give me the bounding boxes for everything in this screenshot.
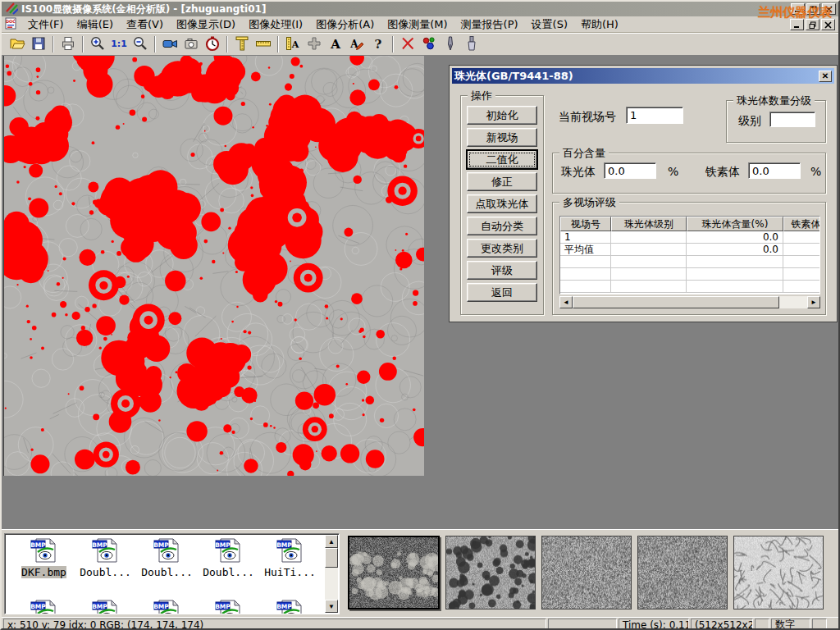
bmp-file-icon: BMP [276, 600, 304, 614]
menu-item[interactable]: 图像处理(I) [242, 16, 309, 34]
scroll-down-button[interactable]: ▼ [325, 600, 338, 613]
text-button[interactable]: A [325, 34, 346, 54]
menu-item[interactable]: 编辑(E) [71, 16, 120, 34]
image-thumbnail[interactable] [445, 536, 536, 609]
menu-item[interactable]: 图像分析(A) [309, 16, 381, 34]
scrollbar-thumb[interactable] [325, 548, 338, 568]
scroll-up-button[interactable]: ▲ [325, 535, 338, 548]
curve-cut-button[interactable] [397, 34, 418, 54]
timer-button[interactable] [202, 34, 223, 54]
close-button[interactable] [822, 3, 836, 15]
file-name: Doubl... [141, 566, 193, 578]
print-button[interactable] [57, 34, 79, 54]
table-cell [783, 281, 820, 293]
initialize-button[interactable]: 初始化 [467, 106, 537, 125]
pen-button[interactable] [440, 34, 461, 54]
toolbar-separator [226, 36, 228, 52]
table-row[interactable] [560, 281, 819, 293]
image-thumbnail[interactable] [637, 536, 728, 609]
minimize-button[interactable] [791, 3, 805, 15]
return-button[interactable]: 返回 [467, 283, 537, 302]
correct-button[interactable]: 修正 [467, 172, 537, 191]
image-thumbnail[interactable] [348, 536, 440, 609]
pearlite-percent-input[interactable] [604, 162, 656, 179]
measure-text-button[interactable]: A [282, 34, 304, 54]
pick-pearlite-button[interactable]: 点取珠光体 [467, 194, 537, 213]
dialog-title-bar[interactable]: 珠光体(GB/T9441-88) ✕ [452, 68, 834, 84]
table-cell [611, 231, 687, 244]
table-row[interactable] [560, 268, 819, 281]
scrollbar-thumb[interactable] [573, 296, 779, 308]
file-item[interactable]: BMPDoubl... [75, 538, 136, 578]
table-row[interactable]: 10.0 [560, 231, 819, 244]
file-item[interactable]: BMP [13, 600, 75, 614]
brush-button[interactable] [461, 34, 482, 54]
video-camera-button[interactable] [159, 34, 180, 54]
file-item[interactable]: BMP [198, 600, 259, 614]
table-row[interactable]: 平均值0.0 [560, 244, 819, 256]
dialog-close-button[interactable]: ✕ [819, 71, 832, 82]
ruler-button[interactable] [253, 34, 274, 54]
change-class-button[interactable]: 更改类别 [467, 239, 537, 258]
file-panel: BMPDKF.bmpBMPDoubl...BMPDoubl...BMPDoubl… [2, 529, 838, 617]
table-column-header[interactable]: 视场号 [560, 217, 611, 231]
menu-bar: DOC 文件(F)编辑(E)查看(V)图像显示(D)图像处理(I)图像分析(A)… [2, 16, 838, 33]
table-column-header[interactable]: 铁素体含量(%) [783, 217, 820, 231]
file-name: Doubl... [80, 566, 131, 578]
caliper-button[interactable] [231, 34, 253, 54]
file-item[interactable]: BMPDoubl... [136, 538, 198, 578]
file-list[interactable]: BMPDKF.bmpBMPDoubl...BMPDoubl...BMPDoubl… [4, 533, 340, 614]
save-button[interactable] [28, 34, 49, 54]
table-column-header[interactable]: 珠光体含量(%) [687, 217, 783, 231]
file-item[interactable]: BMPDoubl... [198, 538, 259, 578]
menu-item[interactable]: 帮助(H) [574, 16, 625, 34]
svg-text:DOC: DOC [6, 19, 16, 24]
annotate-button[interactable]: A [346, 34, 368, 54]
child-minimize-button[interactable] [790, 19, 804, 30]
particles-button[interactable] [418, 34, 440, 54]
file-item[interactable]: BMP [259, 600, 321, 614]
grade-level-input[interactable] [769, 112, 815, 127]
document-icon[interactable]: DOC [4, 16, 18, 33]
table-cell [783, 268, 820, 281]
svg-text:1:1: 1:1 [111, 39, 127, 49]
bmp-file-icon: BMP [30, 600, 58, 614]
scroll-left-button[interactable]: ◄ [559, 296, 573, 308]
metallograph-image[interactable] [3, 56, 424, 476]
zoom-out-button[interactable] [130, 34, 151, 54]
actual-size-button[interactable]: 1:1 [108, 34, 130, 54]
image-thumbnail[interactable] [733, 536, 824, 609]
table-horizontal-scrollbar[interactable]: ◄ ► [559, 296, 820, 308]
child-restore-button[interactable] [806, 19, 819, 30]
menu-item[interactable]: 测量报告(P) [454, 16, 525, 34]
new-field-button[interactable]: 新视场 [467, 128, 537, 147]
move-button[interactable] [304, 34, 325, 54]
file-item[interactable]: BMPDKF.bmp [13, 538, 75, 578]
maximize-button[interactable] [806, 3, 820, 15]
menu-item[interactable]: 图像测量(M) [381, 16, 454, 34]
file-item[interactable]: BMPHuiTi... [259, 538, 321, 578]
file-item[interactable]: BMP [75, 600, 136, 614]
file-item[interactable]: BMP [136, 600, 198, 614]
help-button[interactable]: ? [368, 34, 389, 54]
image-thumbnail[interactable] [541, 536, 632, 609]
menu-item[interactable]: 文件(F) [21, 16, 71, 34]
menu-item[interactable]: 图像显示(D) [170, 16, 242, 34]
menu-item[interactable]: 查看(V) [120, 16, 170, 34]
current-field-input[interactable] [626, 107, 683, 124]
binarize-button[interactable]: 二值化 [467, 150, 537, 169]
child-close-button[interactable] [821, 19, 835, 30]
table-column-header[interactable]: 珠光体级别 [611, 217, 687, 231]
menu-item[interactable]: 设置(S) [525, 16, 574, 34]
auto-classify-button[interactable]: 自动分类 [467, 217, 537, 235]
file-list-scrollbar[interactable]: ▲ ▼ [325, 535, 338, 613]
ferrite-percent-input[interactable] [748, 162, 801, 179]
grade-button[interactable]: 评级 [467, 261, 537, 280]
zoom-in-button[interactable] [87, 34, 108, 54]
open-button[interactable] [7, 34, 28, 54]
scroll-right-button[interactable]: ► [807, 296, 820, 308]
grading-table[interactable]: 视场号珠光体级别珠光体含量(%)铁素体含量(%)10.0平均值0.0 [559, 216, 820, 294]
svg-text:BMP: BMP [276, 541, 292, 549]
capture-button[interactable] [180, 34, 202, 54]
table-row[interactable] [560, 256, 819, 268]
